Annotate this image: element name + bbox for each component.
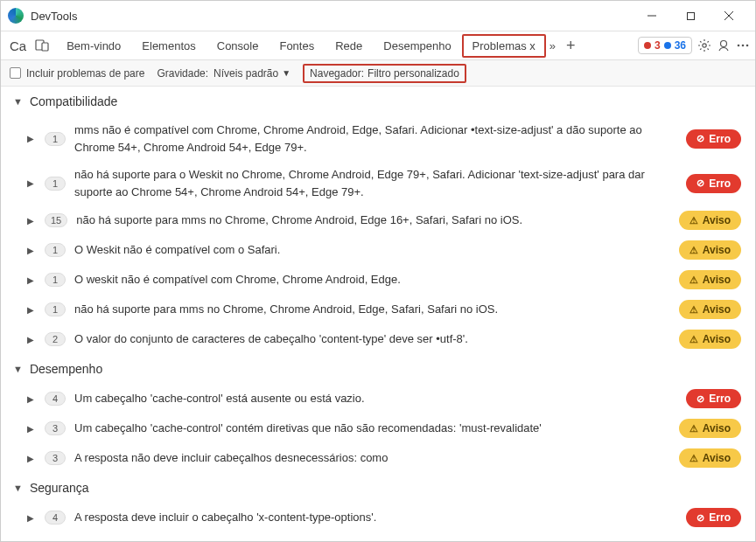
warning-badge: ⚠Aviso xyxy=(679,270,741,289)
warning-icon: ⚠ xyxy=(690,423,698,434)
feedback-icon[interactable] xyxy=(717,38,731,52)
expand-icon[interactable]: ▶ xyxy=(27,335,36,344)
device-toolbar-icon[interactable] xyxy=(35,38,49,52)
app-icon xyxy=(8,8,24,24)
warning-icon: ⚠ xyxy=(690,215,698,226)
info-count: 36 xyxy=(675,39,686,52)
issue-count: 3 xyxy=(45,451,66,465)
tab-rede[interactable]: Rede xyxy=(325,34,373,58)
inspect-label[interactable]: Ca xyxy=(6,38,30,53)
section-compat[interactable]: ▼ Compatibilidade xyxy=(1,87,755,116)
titlebar: DevTools xyxy=(1,1,755,31)
issue-text: A resposta deve incluir o cabeçalho 'x-c… xyxy=(74,509,677,526)
expand-icon[interactable]: ▶ xyxy=(27,178,36,188)
error-badge: ⊘Erro xyxy=(686,508,741,527)
tab-desempenho[interactable]: Desempenho xyxy=(373,34,461,58)
tab-bemvindo[interactable]: Bem-vindo xyxy=(56,34,131,58)
include-checkbox[interactable] xyxy=(10,67,21,79)
expand-icon[interactable]: ▶ xyxy=(27,134,36,143)
section-compat-label: Compatibilidade xyxy=(30,94,117,108)
error-badge: ⊘Erro xyxy=(686,389,741,408)
disclosure-icon: ▼ xyxy=(13,483,23,493)
issue-text: O valor do conjunto de caracteres de cab… xyxy=(74,330,670,348)
more-tabs-icon[interactable]: » xyxy=(546,39,559,52)
svg-rect-5 xyxy=(42,43,48,51)
section-perf-label: Desempenho xyxy=(30,362,102,376)
issues-content[interactable]: ▼ Compatibilidade ▶ 1 mms não é compatív… xyxy=(1,87,755,541)
issue-count: 1 xyxy=(45,302,66,316)
expand-icon[interactable]: ▶ xyxy=(27,305,36,315)
new-tab-icon[interactable]: + xyxy=(559,37,583,55)
issue-row[interactable]: ▶ 2 O valor do conjunto de caracteres de… xyxy=(1,324,755,354)
browser-label: Navegador: xyxy=(310,67,364,80)
severity-label: Gravidade: xyxy=(157,67,208,80)
issue-count: 4 xyxy=(45,511,66,525)
expand-icon[interactable]: ▶ xyxy=(27,216,36,226)
issue-text: não há suporte para o Weskit no Chrome, … xyxy=(74,166,677,200)
maximize-button[interactable] xyxy=(671,2,710,30)
expand-icon[interactable]: ▶ xyxy=(27,246,36,255)
issue-row[interactable]: ▶ 3 A resposta não deve incluir cabeçalh… xyxy=(1,443,755,473)
section-sec[interactable]: ▼ Segurança xyxy=(1,473,755,503)
tab-console[interactable]: Console xyxy=(206,34,270,58)
section-perf[interactable]: ▼ Desempenho xyxy=(1,354,755,384)
warning-icon: ⚠ xyxy=(690,245,698,256)
chevron-down-icon: ▼ xyxy=(282,68,290,78)
window-title: DevTools xyxy=(31,10,77,23)
expand-icon[interactable]: ▶ xyxy=(27,513,36,523)
settings-icon[interactable] xyxy=(697,38,711,52)
svg-point-8 xyxy=(738,45,740,47)
issue-row[interactable]: ▶ 1 não há suporte para o Weskit no Chro… xyxy=(1,161,755,205)
issue-row[interactable]: ▶ 4 A resposta deve incluir o cabeçalho … xyxy=(1,503,755,532)
issue-count: 15 xyxy=(45,213,67,227)
error-badge: ⊘Erro xyxy=(686,174,741,193)
warning-badge: ⚠Aviso xyxy=(679,211,741,230)
issue-count: 1 xyxy=(45,243,66,257)
close-button[interactable] xyxy=(710,2,748,30)
issue-count: 1 xyxy=(45,273,66,287)
issue-row[interactable]: ▶ 15 não há suporte para mms no Chrome, … xyxy=(1,205,755,235)
error-dot-icon xyxy=(644,42,651,49)
warning-icon: ⚠ xyxy=(690,304,698,316)
error-icon: ⊘ xyxy=(696,512,704,524)
tab-fontes[interactable]: Fontes xyxy=(269,34,325,58)
issue-count: 1 xyxy=(45,132,66,146)
issue-row[interactable]: ▶ 1 mms não é compatível com Chrome, Chr… xyxy=(1,116,755,161)
severity-select[interactable]: Níveis padrão ▼ xyxy=(214,67,290,80)
minimize-button[interactable] xyxy=(633,2,671,30)
expand-icon[interactable]: ▶ xyxy=(27,424,36,434)
disclosure-icon: ▼ xyxy=(13,96,23,107)
section-sec-label: Segurança xyxy=(30,481,89,495)
more-icon[interactable] xyxy=(736,38,750,52)
error-badge: ⊘Erro xyxy=(686,129,741,149)
expand-icon[interactable]: ▶ xyxy=(27,275,36,285)
issue-row[interactable]: ▶ 1 não há suporte para mms no Chrome, C… xyxy=(1,295,755,324)
severity-value: Níveis padrão xyxy=(214,67,278,80)
browser-value: Filtro personalizado xyxy=(368,67,459,80)
warning-badge: ⚠Aviso xyxy=(679,300,741,319)
warning-icon: ⚠ xyxy=(690,453,698,464)
issue-row[interactable]: ▶ 4 Um cabeçalho 'cache-control' está au… xyxy=(1,384,755,413)
issue-row[interactable]: ▶ 1 O Weskit não é compatível com o Safa… xyxy=(1,235,755,265)
error-icon: ⊘ xyxy=(696,133,704,144)
warning-icon: ⚠ xyxy=(690,274,698,286)
issue-text: O weskit não é compatível com Chrome, Ch… xyxy=(74,271,670,288)
issue-count: 4 xyxy=(45,392,66,406)
warning-badge: ⚠Aviso xyxy=(679,240,741,260)
browser-filter[interactable]: Navegador: Filtro personalizado xyxy=(303,64,466,83)
issue-row[interactable]: ▶ 1 O weskit não é compatível com Chrome… xyxy=(1,265,755,295)
issue-row[interactable]: ▶ 3 Um cabeçalho 'cache-control' contém … xyxy=(1,413,755,443)
issue-text: A resposta não deve incluir cabeçalhos d… xyxy=(74,449,670,467)
warning-icon: ⚠ xyxy=(690,334,698,345)
expand-icon[interactable]: ▶ xyxy=(27,394,36,404)
error-counter[interactable]: 3 36 xyxy=(638,37,692,54)
svg-point-7 xyxy=(721,41,727,47)
expand-icon[interactable]: ▶ xyxy=(27,454,36,463)
tab-problemas[interactable]: Problemas x xyxy=(462,34,546,58)
issue-text: não há suporte para mms no Chrome, Chrom… xyxy=(76,212,670,229)
error-icon: ⊘ xyxy=(696,393,704,405)
svg-rect-1 xyxy=(687,12,694,19)
tab-elementos[interactable]: Elementos xyxy=(131,34,206,58)
disclosure-icon: ▼ xyxy=(13,364,23,374)
svg-point-6 xyxy=(703,44,706,47)
